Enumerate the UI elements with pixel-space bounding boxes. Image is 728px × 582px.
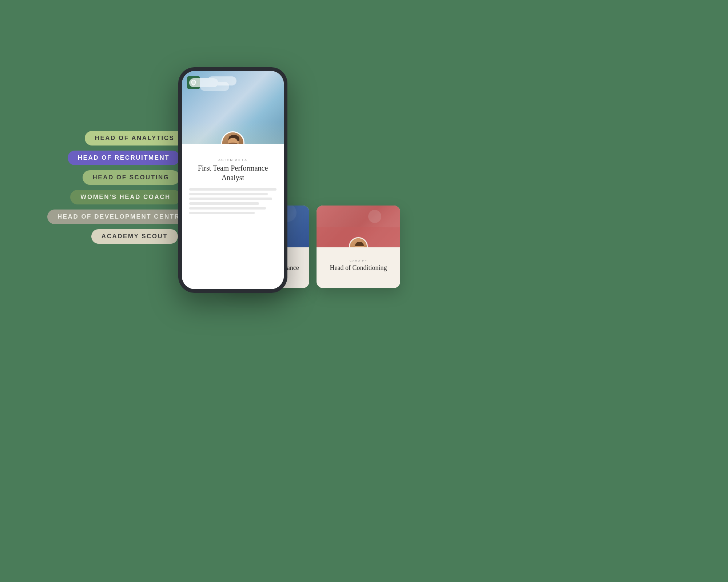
avatar-image	[222, 132, 243, 144]
app-logo-icon	[187, 76, 200, 89]
content-line	[189, 202, 259, 205]
phone-screen: ASTON VILLA First Team Performance Analy…	[182, 71, 284, 289]
background: HEAD OF ANALYTICS HEAD OF RECRUITMENT HE…	[0, 0, 728, 582]
card-cardiff-job-title: Head of Conditioning	[322, 264, 394, 272]
tag-head-of-analytics[interactable]: HEAD OF ANALYTICS	[85, 131, 185, 146]
tags-area: HEAD OF ANALYTICS HEAD OF RECRUITMENT HE…	[47, 131, 200, 244]
card-cardiff[interactable]: CARDIFF Head of Conditioning	[317, 206, 400, 288]
content-line	[189, 188, 277, 191]
svg-point-15	[368, 210, 381, 223]
phone-mockup: ASTON VILLA First Team Performance Analy…	[178, 67, 287, 293]
card-cardiff-club-name: CARDIFF	[322, 259, 394, 262]
tag-head-of-scouting[interactable]: HEAD OF SCOUTING	[83, 170, 180, 185]
tag-head-of-development[interactable]: HEAD OF DEVELOPMENT CENTRES	[47, 210, 200, 224]
tag-academy-scout[interactable]: ACADEMY SCOUT	[91, 229, 178, 244]
card-cardiff-avatar	[349, 237, 368, 247]
phone-content: ASTON VILLA First Team Performance Analy…	[182, 144, 284, 289]
card-cardiff-body: CARDIFF Head of Conditioning	[317, 247, 400, 279]
card-cardiff-image	[317, 206, 400, 247]
phone-job-title: First Team Performance Analyst	[182, 163, 284, 182]
phone-content-lines	[182, 188, 284, 214]
phone-club-name: ASTON VILLA	[218, 158, 247, 162]
content-line	[189, 212, 255, 214]
phone-shell: ASTON VILLA First Team Performance Analy…	[178, 67, 287, 293]
card-cardiff-avatar-img	[350, 238, 367, 247]
phone-avatar	[221, 131, 244, 144]
content-line	[189, 207, 266, 210]
tag-womens-head-coach[interactable]: WOMEN'S HEAD COACH	[70, 190, 180, 204]
tag-head-of-recruitment[interactable]: HEAD OF RECRUITMENT	[68, 151, 180, 165]
content-line	[189, 198, 272, 200]
content-line	[189, 193, 268, 195]
phone-header-image	[182, 71, 284, 144]
